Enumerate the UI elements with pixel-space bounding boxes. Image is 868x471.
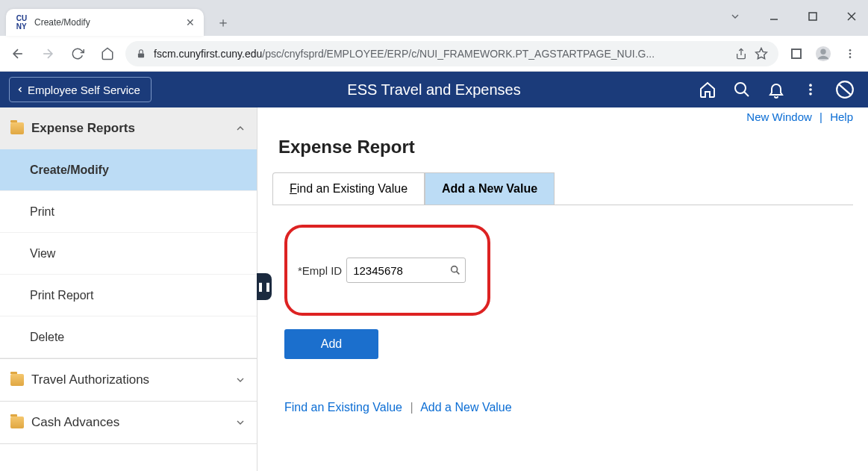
- sidebar-item-label: Create/Modify: [30, 163, 109, 177]
- tabs-row: Find an Existing Value Add a New Value: [272, 172, 853, 205]
- svg-rect-6: [138, 53, 144, 57]
- sidebar-item-delete[interactable]: Delete: [0, 316, 257, 358]
- browser-tab-strip: CUNY Create/Modify ✕ ＋: [0, 0, 868, 36]
- sidebar-item-label: Delete: [30, 331, 64, 344]
- folder-icon: [10, 417, 24, 428]
- extensions-icon[interactable]: [784, 42, 808, 66]
- page-title: Expense Report: [257, 126, 868, 172]
- nav-forward-button[interactable]: [36, 42, 60, 66]
- svg-point-11: [820, 49, 825, 54]
- folder-icon: [10, 374, 24, 386]
- window-controls: [725, 6, 862, 27]
- tab-add-new[interactable]: Add a New Value: [425, 172, 555, 205]
- sidebar-section-cash-advances: Cash Advances: [0, 402, 257, 444]
- collapse-sidebar-button[interactable]: ❚❚: [257, 273, 272, 300]
- sidebar-header-travel-auth[interactable]: Travel Authorizations: [0, 359, 257, 401]
- tab-find-existing[interactable]: Find an Existing Value: [272, 172, 425, 205]
- nav-back-button[interactable]: [6, 42, 30, 66]
- chevron-down-icon: [234, 417, 246, 428]
- svg-line-23: [457, 272, 460, 275]
- svg-line-16: [744, 92, 749, 96]
- chevron-down-icon[interactable]: [725, 6, 746, 27]
- svg-rect-9: [792, 49, 801, 58]
- new-window-link[interactable]: New Window: [746, 110, 812, 123]
- svg-line-21: [838, 84, 851, 95]
- minimize-button[interactable]: [764, 6, 784, 27]
- sidebar-header-cash-advances[interactable]: Cash Advances: [0, 402, 257, 443]
- svg-point-19: [809, 93, 812, 96]
- svg-rect-1: [809, 13, 817, 20]
- back-label: Employee Self Service: [28, 84, 140, 96]
- annotation-highlight: *Empl ID: [284, 225, 490, 316]
- sidebar-section-travel-auth: Travel Authorizations: [0, 359, 257, 402]
- chevron-down-icon: [234, 374, 246, 386]
- svg-marker-8: [756, 48, 767, 58]
- page-header-title: ESS Travel and Expenses: [347, 81, 520, 99]
- sidebar-item-print[interactable]: Print: [0, 191, 257, 233]
- sidebar-section-expense-reports: Expense Reports Create/Modify Print View…: [0, 107, 257, 359]
- svg-point-22: [452, 266, 458, 272]
- bottom-links: Find an Existing Value | Add a New Value: [284, 359, 841, 414]
- navbar-icon[interactable]: [831, 75, 859, 104]
- reload-button[interactable]: [66, 42, 90, 66]
- profile-icon[interactable]: [811, 42, 835, 66]
- notifications-icon[interactable]: [762, 75, 790, 104]
- actions-menu-icon[interactable]: [796, 75, 825, 104]
- lookup-icon[interactable]: [449, 264, 461, 276]
- sidebar-section-label: Travel Authorizations: [31, 372, 149, 387]
- tab-accelerator: F: [290, 182, 297, 195]
- url-text: fscm.cunyfirst.cuny.edu/psc/cnyfsprd/EMP…: [154, 48, 728, 60]
- content-area: Expense Reports Create/Modify Print View…: [0, 107, 868, 471]
- share-icon[interactable]: [735, 48, 747, 60]
- svg-point-17: [809, 84, 812, 87]
- sidebar-item-create-modify[interactable]: Create/Modify: [0, 149, 257, 191]
- sidebar: Expense Reports Create/Modify Print View…: [0, 107, 257, 471]
- svg-point-18: [809, 88, 812, 91]
- sidebar-item-label: Print: [30, 205, 54, 219]
- back-to-ess-button[interactable]: Employee Self Service: [9, 77, 152, 102]
- add-new-link[interactable]: Add a New Value: [420, 401, 511, 414]
- svg-point-13: [849, 52, 852, 54]
- divider: |: [410, 401, 413, 414]
- sidebar-item-label: View: [30, 247, 55, 261]
- home-button[interactable]: [96, 42, 119, 66]
- empl-id-label: *Empl ID: [298, 264, 342, 277]
- form-area: *Empl ID Add Find an Existing Value | Ad…: [257, 205, 868, 434]
- top-links: New Window | Help: [257, 107, 868, 126]
- new-tab-button[interactable]: ＋: [213, 12, 234, 33]
- maximize-button[interactable]: [802, 6, 823, 27]
- sidebar-item-print-report[interactable]: Print Report: [0, 275, 257, 316]
- tab-label-rest: ind an Existing Value: [297, 182, 408, 195]
- browser-tab[interactable]: CUNY Create/Modify ✕: [6, 9, 204, 36]
- sidebar-section-label: Cash Advances: [31, 415, 119, 430]
- divider: |: [819, 110, 822, 123]
- address-bar[interactable]: fscm.cunyfirst.cuny.edu/psc/cnyfsprd/EMP…: [125, 41, 778, 66]
- sidebar-header-expense-reports[interactable]: Expense Reports: [0, 107, 257, 149]
- app-header: Employee Self Service ESS Travel and Exp…: [0, 72, 868, 107]
- close-tab-icon[interactable]: ✕: [186, 16, 195, 28]
- close-window-button[interactable]: [841, 6, 862, 27]
- sidebar-item-label: Print Report: [30, 289, 93, 302]
- folder-icon: [10, 122, 24, 134]
- main-panel: ❚❚ New Window | Help Expense Report Find…: [257, 107, 868, 471]
- sidebar-section-label: Expense Reports: [31, 121, 135, 136]
- favicon-icon: CUNY: [15, 16, 28, 29]
- help-link[interactable]: Help: [830, 110, 853, 123]
- empl-id-input[interactable]: [346, 258, 466, 283]
- chevron-up-icon: [234, 122, 246, 134]
- home-icon[interactable]: [693, 75, 722, 104]
- svg-point-14: [849, 56, 852, 58]
- kebab-menu-icon[interactable]: [838, 42, 862, 66]
- svg-point-12: [849, 49, 852, 52]
- browser-toolbar: fscm.cunyfirst.cuny.edu/psc/cnyfsprd/EMP…: [0, 36, 868, 72]
- sidebar-item-view[interactable]: View: [0, 233, 257, 275]
- svg-point-15: [735, 83, 746, 93]
- add-button[interactable]: Add: [284, 329, 378, 359]
- search-icon[interactable]: [728, 75, 756, 104]
- lock-icon: [136, 49, 146, 59]
- tab-title: Create/Modify: [34, 17, 180, 28]
- star-icon[interactable]: [755, 47, 768, 60]
- find-existing-link[interactable]: Find an Existing Value: [284, 401, 402, 414]
- header-icons: [693, 75, 868, 104]
